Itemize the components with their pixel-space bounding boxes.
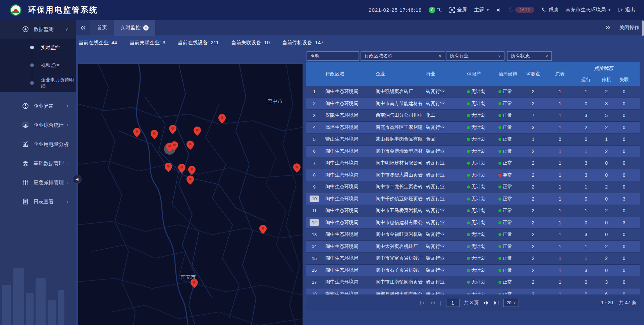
sidebar-item-0[interactable]: 数据监测∨	[0, 20, 76, 38]
map-pin-12[interactable]	[293, 163, 301, 173]
cell-total: 1	[546, 244, 574, 249]
map-pin-7[interactable]	[186, 141, 194, 150]
sidebar-subitem-0[interactable]: 实时监控	[0, 39, 76, 56]
sidebar-subitem-2[interactable]: 企业电力负荷明细	[0, 74, 76, 92]
table-row[interactable]: 5营山生态环境局营山县润丰肉食品有限食品无计划正常10010	[306, 133, 640, 146]
table-row[interactable]: 16阆中生态环境局阆中市石子页岩机砖厂砖瓦行业无计划正常21300	[306, 265, 640, 277]
table-row[interactable]: 11阆中生态环境局阆中市五马桥页岩机砖砖瓦行业无计划正常21120	[306, 205, 640, 217]
status-filter-select[interactable]: 所有状态 ∨	[507, 51, 552, 61]
cell-monitor: 2	[521, 196, 546, 202]
cell-facility: 正常	[496, 136, 521, 142]
next-page-button[interactable]	[483, 301, 489, 305]
map-pin-8[interactable]	[165, 163, 172, 172]
sidebar-subitem-label: 视频监控	[41, 62, 60, 68]
map-pin-0[interactable]	[133, 128, 141, 137]
stat-2: 当前在线设备: 211	[178, 40, 219, 48]
sidebar-item-4[interactable]: 基础数据管理‹	[0, 154, 76, 172]
cell-industry: 砖瓦行业	[423, 291, 464, 294]
sidebar-subitem-1[interactable]: 视频监控	[0, 56, 76, 74]
cell-run: 0	[574, 279, 598, 285]
cell-company: 阆中市金博瑞新型墙材	[373, 148, 423, 154]
map-pin-6[interactable]	[171, 141, 178, 151]
map-pin-3[interactable]	[194, 126, 201, 136]
fullscreen-button[interactable]: 全屏	[449, 7, 467, 13]
table-row[interactable]: 9阆中生态环境局阆中市二龙长宝页岩砖砖瓦行业无计划正常21120	[306, 181, 640, 193]
tabs-scroll-right-button[interactable]	[605, 25, 610, 31]
table-row[interactable]: 4高坪生态环境局南充市高坪区王家店建砖瓦行业无计划正常31220	[306, 122, 640, 134]
table-row[interactable]: 1阆中生态环境局阆中强锐页岩砖厂砖瓦行业无计划正常21120	[306, 86, 640, 98]
status-dot-icon	[467, 221, 470, 224]
industry-filter-select[interactable]: 所有行业 ∨	[446, 51, 504, 61]
announcement-button[interactable]	[496, 8, 501, 12]
tab-realtime-monitor[interactable]: 实时监控 ✕	[114, 20, 155, 36]
table-row[interactable]: 8阆中生态环境局阆中市枣碧大梁山页岩砖瓦行业无计划异常21300	[306, 169, 640, 181]
cell-monitor: 2	[521, 220, 546, 225]
tab-home[interactable]: 首页	[90, 20, 114, 36]
table-row[interactable]: 17阆中生态环境局阆中市江南镇阆南页岩砖瓦行业无计划正常21030	[306, 276, 640, 288]
map-pin-13[interactable]	[259, 225, 267, 234]
map-pin-1[interactable]	[151, 130, 158, 139]
logout-button[interactable]: 退出	[618, 7, 635, 13]
page-size-select[interactable]: 20 ∨	[503, 299, 519, 307]
cell-total: 1	[546, 196, 574, 202]
double-chevron-right-icon	[605, 25, 610, 30]
table-row[interactable]: 15阆中生态环境局阆中市光富页岩机砖厂砖瓦行业无计划正常21120	[306, 253, 640, 265]
close-operations-menu[interactable]: 关闭操作	[619, 24, 639, 31]
cell-company: 南部县碧维土陶有限公	[373, 291, 423, 294]
table-row[interactable]: 6阆中生态环境局阆中市金博瑞新型墙材砖瓦行业无计划正常21120	[306, 146, 640, 158]
sidebar-item-6[interactable]: 日志查看‹	[0, 193, 76, 211]
cell-lost: 0	[615, 291, 633, 294]
help-button[interactable]: 帮助	[541, 7, 558, 13]
cell-monitor: 2	[521, 89, 546, 94]
sidebar-item-1[interactable]: 企业异常‹	[0, 97, 76, 115]
table-row[interactable]: 13阆中生态环境局阆中市金福旺页岩机砖砖瓦行业无计划正常21300	[306, 229, 640, 241]
map-pin-11[interactable]	[186, 175, 194, 185]
cell-stop: 0	[598, 172, 615, 178]
map-pin-9[interactable]	[178, 164, 185, 173]
notification-bell[interactable]: 2632	[508, 7, 534, 13]
map-pin-2[interactable]	[169, 125, 176, 134]
sidebar-item-2[interactable]: 企业综合统计‹	[0, 116, 76, 134]
notification-count-badge: 2632	[515, 7, 534, 13]
cell-industry: 砖瓦行业	[423, 220, 464, 226]
first-page-button[interactable]	[420, 301, 425, 305]
page-number-input[interactable]	[446, 299, 460, 307]
table-row[interactable]: 12阆中生态环境局阆中市忠信建材有限公砖瓦行业无计划正常21003	[306, 217, 640, 229]
stats-icon	[22, 122, 29, 128]
last-page-button[interactable]	[494, 301, 499, 305]
map-panel[interactable]: 巴中市南充市遂宁市	[78, 64, 303, 325]
status-dot-icon	[498, 90, 501, 93]
cell-lost: 3	[615, 196, 633, 202]
sidebar-item-3[interactable]: 企业用电量分析‹	[0, 135, 76, 153]
sidebar-item-label: 基础数据管理	[34, 160, 64, 167]
table-row[interactable]: 2阆中生态环境局阆中市南方节能建材有砖瓦行业无计划正常21030	[306, 98, 640, 110]
company-table-panel: 行政区域名称 ∨ 所有行业 ∨ 所有状态 ∨ 行政区域 企业	[306, 51, 640, 311]
table-row[interactable]: 18南部生态环境局南部县碧维土陶有限公砖瓦行业无计划正常21060	[306, 288, 640, 295]
temperature-indicator: 0 ℃	[429, 7, 442, 13]
cell-industry: 砖瓦行业	[423, 255, 464, 261]
sidebar-item-5[interactable]: 应急减排管理‹	[0, 173, 76, 192]
tab-close-icon[interactable]: ✕	[143, 25, 149, 31]
page-scrollbar-thumb[interactable]	[642, 20, 644, 36]
table-row[interactable]: 14阆中生态环境局阆中大兴页岩机砖厂砖瓦行业无计划正常21120	[306, 241, 640, 253]
tabs-scroll-left-button[interactable]	[76, 20, 90, 36]
cell-monitor: 2	[521, 268, 546, 273]
table-row[interactable]: 10阆中生态环境局阆中千佛镇五郎垭页岩砖瓦行业无计划正常21003	[306, 193, 640, 205]
cell-region: 阆中生态环境局	[323, 184, 373, 190]
org-menu[interactable]: 南充市生态环境局▼	[566, 7, 611, 13]
cell-total: 1	[546, 89, 574, 94]
region-filter-select[interactable]: 行政区域名称 ∨	[361, 51, 445, 61]
table-row[interactable]: 3仪陇生态环境局西南油气田分公司川中化工无计划正常71350	[306, 110, 640, 122]
theme-menu-button[interactable]: 主题▼	[474, 7, 489, 13]
map-pin-10[interactable]	[188, 166, 196, 175]
cell-stop: 2	[598, 244, 615, 249]
cell-region: 阆中生态环境局	[323, 279, 373, 285]
bell-icon	[508, 7, 513, 12]
prev-page-button[interactable]	[430, 301, 435, 305]
table-row[interactable]: 7阆中生态环境局阆中明阳建材有限公司砖瓦行业无计划正常21300	[306, 157, 640, 169]
cell-region: 阆中生态环境局	[323, 148, 373, 154]
map-collapse-button[interactable]: ◀	[72, 175, 82, 184]
map-pin-4[interactable]	[218, 114, 226, 123]
name-filter-input[interactable]	[307, 51, 359, 61]
cell-facility: 正常	[496, 231, 521, 237]
